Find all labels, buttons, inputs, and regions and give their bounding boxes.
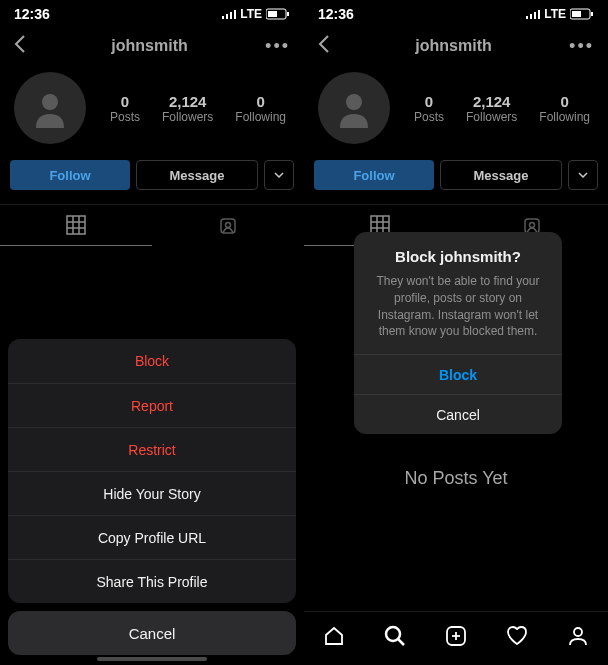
bottom-nav xyxy=(304,611,608,665)
battery-icon xyxy=(570,8,594,20)
block-dialog: Block johnsmith? They won't be able to f… xyxy=(354,232,562,434)
sheet-hide-story[interactable]: Hide Your Story xyxy=(8,471,296,515)
svg-rect-20 xyxy=(591,12,593,16)
nav-search-icon[interactable] xyxy=(383,624,407,648)
svg-rect-21 xyxy=(572,11,581,17)
tab-tagged[interactable] xyxy=(152,205,304,246)
message-button[interactable]: Message xyxy=(136,160,258,190)
status-time: 12:36 xyxy=(14,6,50,22)
status-right: LTE xyxy=(526,7,594,21)
avatar[interactable] xyxy=(14,72,86,144)
svg-rect-28 xyxy=(525,219,539,233)
network-label: LTE xyxy=(544,7,566,21)
svg-point-7 xyxy=(42,94,58,110)
stat-followers[interactable]: 2,124Followers xyxy=(466,93,517,124)
svg-line-31 xyxy=(398,639,404,645)
stat-following[interactable]: 0Following xyxy=(539,93,590,124)
profile-row: 0Posts 2,124Followers 0Following xyxy=(0,66,304,160)
page-title: johnsmith xyxy=(111,37,187,55)
more-icon[interactable]: ••• xyxy=(569,36,594,57)
svg-rect-2 xyxy=(230,12,232,19)
dialog-body: They won't be able to find your profile,… xyxy=(368,273,548,340)
follow-button[interactable]: Follow xyxy=(10,160,130,190)
battery-icon xyxy=(266,8,290,20)
svg-point-22 xyxy=(346,94,362,110)
svg-rect-13 xyxy=(221,219,235,233)
nav-create-icon[interactable] xyxy=(444,624,468,648)
svg-rect-16 xyxy=(530,14,532,19)
back-icon[interactable] xyxy=(318,34,338,58)
svg-point-30 xyxy=(386,627,400,641)
network-label: LTE xyxy=(240,7,262,21)
svg-point-35 xyxy=(574,628,582,636)
profile-tabs xyxy=(0,204,304,246)
nav-bar: johnsmith ••• xyxy=(0,26,304,66)
nav-activity-icon[interactable] xyxy=(505,624,529,648)
svg-rect-6 xyxy=(268,11,277,17)
profile-row: 0Posts 2,124Followers 0Following xyxy=(304,66,608,160)
svg-point-29 xyxy=(530,222,535,227)
svg-point-14 xyxy=(226,222,231,227)
sheet-restrict[interactable]: Restrict xyxy=(8,427,296,471)
svg-rect-0 xyxy=(222,16,224,19)
more-icon[interactable]: ••• xyxy=(265,36,290,57)
sheet-report[interactable]: Report xyxy=(8,383,296,427)
action-row: Follow Message xyxy=(304,160,608,204)
status-right: LTE xyxy=(222,7,290,21)
stat-posts[interactable]: 0Posts xyxy=(414,93,444,124)
dialog-block-button[interactable]: Block xyxy=(354,354,562,394)
stat-following[interactable]: 0Following xyxy=(235,93,286,124)
avatar[interactable] xyxy=(318,72,390,144)
dialog-cancel-button[interactable]: Cancel xyxy=(354,394,562,434)
message-button[interactable]: Message xyxy=(440,160,562,190)
action-sheet: Block Report Restrict Hide Your Story Co… xyxy=(8,339,296,655)
screen-left: 12:36 LTE johnsmith ••• 0Posts 2,124Foll… xyxy=(0,0,304,665)
svg-rect-8 xyxy=(67,216,85,234)
sheet-block[interactable]: Block xyxy=(8,339,296,383)
sheet-copy-url[interactable]: Copy Profile URL xyxy=(8,515,296,559)
stat-posts[interactable]: 0Posts xyxy=(110,93,140,124)
screen-right: 12:36 LTE johnsmith ••• 0Posts 2,124Foll… xyxy=(304,0,608,665)
sheet-share-profile[interactable]: Share This Profile xyxy=(8,559,296,603)
nav-profile-icon[interactable] xyxy=(566,624,590,648)
svg-rect-5 xyxy=(287,12,289,16)
svg-rect-17 xyxy=(534,12,536,19)
svg-rect-15 xyxy=(526,16,528,19)
home-indicator[interactable] xyxy=(97,657,207,661)
nav-bar: johnsmith ••• xyxy=(304,26,608,66)
status-bar: 12:36 LTE xyxy=(304,0,608,26)
nav-home-icon[interactable] xyxy=(322,624,346,648)
status-bar: 12:36 LTE xyxy=(0,0,304,26)
stat-followers[interactable]: 2,124Followers xyxy=(162,93,213,124)
svg-rect-3 xyxy=(234,10,236,19)
action-row: Follow Message xyxy=(0,160,304,204)
page-title: johnsmith xyxy=(415,37,491,55)
sheet-group: Block Report Restrict Hide Your Story Co… xyxy=(8,339,296,603)
dialog-title: Block johnsmith? xyxy=(368,248,548,265)
follow-button[interactable]: Follow xyxy=(314,160,434,190)
empty-state: No Posts Yet xyxy=(304,468,608,489)
sheet-cancel[interactable]: Cancel xyxy=(8,611,296,655)
stats: 0Posts 2,124Followers 0Following xyxy=(410,93,594,124)
suggestions-button[interactable] xyxy=(568,160,598,190)
tab-grid[interactable] xyxy=(0,205,152,246)
stats: 0Posts 2,124Followers 0Following xyxy=(106,93,290,124)
suggestions-button[interactable] xyxy=(264,160,294,190)
signal-icon xyxy=(222,9,236,19)
back-icon[interactable] xyxy=(14,34,34,58)
status-time: 12:36 xyxy=(318,6,354,22)
signal-icon xyxy=(526,9,540,19)
svg-rect-1 xyxy=(226,14,228,19)
svg-rect-18 xyxy=(538,10,540,19)
